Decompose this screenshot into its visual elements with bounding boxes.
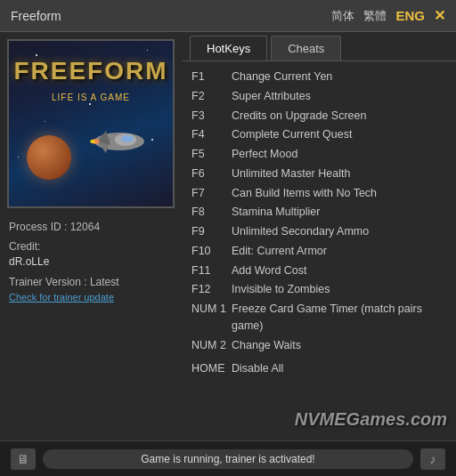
hotkey-key: F4 — [191, 126, 232, 143]
info-section: Process ID : 12064 Credit: dR.oLLe Train… — [7, 217, 175, 433]
hotkey-row-f10: F10 Edit: Current Armor — [191, 243, 447, 260]
hotkey-desc: Super Attributes — [232, 88, 311, 105]
hotkey-row-home: HOME Disable All — [191, 360, 447, 377]
star-decoration — [45, 121, 45, 122]
right-panel: HotKeys Cheats F1 Change Current Yen F2 … — [183, 32, 456, 440]
process-id-row: Process ID : 12064 — [9, 221, 174, 233]
hotkey-key: F1 — [191, 69, 232, 85]
svg-point-6 — [90, 140, 95, 143]
tab-cheats[interactable]: Cheats — [271, 36, 341, 61]
trainer-update-link[interactable]: Check for trainer update — [9, 292, 114, 303]
hotkey-row-f12: F12 Invisible to Zombies — [191, 281, 447, 298]
lang-controls: 简体 繁體 ENG ✕ — [331, 7, 445, 24]
credit-value: dR.oLLe — [9, 255, 49, 268]
bottom-bar: 🖥 Game is running, trainer is activated!… — [0, 440, 456, 476]
star-decoration — [89, 103, 91, 105]
star-decoration — [147, 50, 148, 51]
hotkeys-list: F1 Change Current Yen F2 Super Attribute… — [183, 61, 456, 440]
hotkey-desc: Change Current Yen — [232, 69, 332, 85]
hotkey-desc: Stamina Multiplier — [232, 204, 320, 221]
hotkey-row-num2: NUM 2 Change Waits — [191, 337, 447, 354]
extra-hotkeys: HOME Disable All — [191, 360, 447, 377]
hotkey-desc: Unlimited Master Health — [232, 165, 350, 182]
hotkey-key: F2 — [191, 88, 232, 105]
hotkey-row-f7: F7 Can Build Items with No Tech — [191, 185, 447, 202]
star-decoration — [18, 157, 19, 157]
hotkey-row-f11: F11 Add Word Cost — [191, 262, 447, 279]
hotkey-desc: Complete Current Quest — [232, 126, 352, 143]
hotkey-key: HOME — [191, 360, 232, 377]
hotkey-key: F10 — [191, 243, 232, 260]
tab-hotkeys[interactable]: HotKeys — [190, 36, 267, 61]
hotkey-key: F5 — [191, 146, 232, 163]
hotkey-desc: Perfect Mood — [232, 146, 297, 163]
hotkey-key: NUM 1 — [191, 301, 232, 318]
hotkey-key: F8 — [191, 204, 232, 221]
process-id-label: Process ID : 12064 — [9, 221, 174, 233]
status-text: Game is running, trainer is activated! — [43, 449, 413, 469]
hotkey-key: NUM 2 — [191, 337, 232, 354]
hotkey-key: F6 — [191, 165, 232, 182]
hotkey-row-f9: F9 Unlimited Secondary Ammo — [191, 223, 447, 240]
close-button[interactable]: ✕ — [434, 7, 445, 24]
title-bar: Freeform 简体 繁體 ENG ✕ — [0, 0, 456, 32]
monitor-icon[interactable]: 🖥 — [11, 448, 36, 470]
spaceship-decoration — [88, 122, 151, 162]
trainer-version-row: Trainer Version : Latest Check for train… — [9, 276, 174, 304]
hotkey-desc: Add Word Cost — [232, 262, 307, 279]
svg-point-2 — [121, 135, 134, 142]
credit-row: Credit: dR.oLLe — [9, 240, 174, 269]
hotkey-desc: Credits on Upgrade Screen — [232, 108, 366, 125]
star-decoration — [36, 54, 37, 56]
game-title-image-text: FREEFORM — [9, 57, 173, 85]
hotkey-key: F7 — [191, 185, 232, 202]
hotkey-row-f4: F4 Complete Current Quest — [191, 126, 447, 143]
hotkey-desc: Can Build Items with No Tech — [232, 185, 377, 202]
hotkey-row-f1: F1 Change Current Yen — [191, 69, 447, 85]
lang-english-btn[interactable]: ENG — [395, 8, 425, 23]
music-icon[interactable]: ♪ — [420, 448, 445, 470]
hotkey-row-f2: F2 Super Attributes — [191, 88, 447, 105]
credit-label: Credit: — [9, 240, 174, 253]
hotkey-key: F11 — [191, 262, 232, 279]
hotkey-desc: Unlimited Secondary Ammo — [232, 223, 369, 240]
hotkey-key: F9 — [191, 223, 232, 240]
hotkey-desc: Change Waits — [232, 337, 301, 354]
hotkey-desc: Edit: Current Armor — [232, 243, 327, 260]
hotkey-key: F12 — [191, 281, 232, 298]
tabs-container: HotKeys Cheats — [183, 32, 456, 61]
hotkey-row-f6: F6 Unlimited Master Health — [191, 165, 447, 182]
main-content: FREEFORM LIFE IS A GAME — [0, 32, 456, 440]
planet-decoration — [27, 135, 71, 180]
lang-traditional-btn[interactable]: 繁體 — [363, 8, 387, 24]
hotkey-row-f8: F8 Stamina Multiplier — [191, 204, 447, 221]
hotkey-row-f5: F5 Perfect Mood — [191, 146, 447, 163]
app-title: Freeform — [11, 9, 61, 23]
hotkey-desc: Disable All — [232, 360, 283, 377]
lang-simplified-btn[interactable]: 简体 — [331, 8, 354, 24]
left-panel: FREEFORM LIFE IS A GAME — [0, 32, 183, 440]
game-subtitle-image-text: LIFE IS A GAME — [9, 93, 173, 102]
hotkey-row-f3: F3 Credits on Upgrade Screen — [191, 108, 447, 125]
trainer-version-label: Trainer Version : Latest — [9, 276, 174, 288]
star-decoration — [151, 139, 153, 141]
hotkey-row-num1: NUM 1 Freeze Card Game Timer (match pair… — [191, 301, 447, 335]
game-image: FREEFORM LIFE IS A GAME — [7, 39, 175, 208]
hotkey-key: F3 — [191, 108, 232, 125]
hotkey-desc: Invisible to Zombies — [232, 281, 330, 298]
hotkey-desc: Freeze Card Game Timer (match pairs game… — [232, 301, 447, 335]
